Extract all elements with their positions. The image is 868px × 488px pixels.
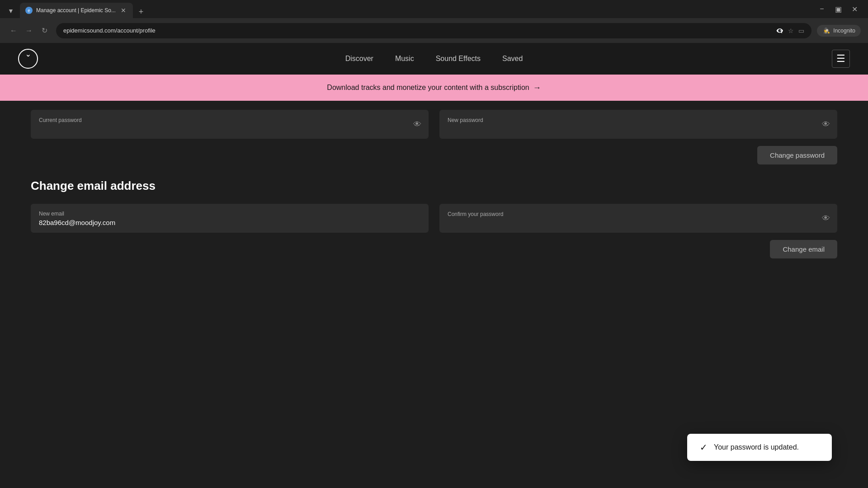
change-email-actions: Change email [31, 240, 837, 258]
extension-icon[interactable]: ▭ [798, 27, 804, 34]
nav-discover[interactable]: Discover [345, 55, 373, 63]
star-icon[interactable]: ☆ [788, 27, 794, 34]
toast-check-icon: ✓ [700, 442, 708, 453]
browser-tab-bar: ▼ e Manage account | Epidemic So... ✕ + … [0, 0, 868, 18]
maximize-button[interactable]: ▣ [832, 3, 844, 15]
change-password-actions: Change password [31, 146, 837, 164]
email-fields-row: New email 82ba96cd@moodjoy.com Confirm y… [31, 204, 837, 233]
active-tab[interactable]: e Manage account | Epidemic So... ✕ [20, 3, 133, 18]
new-email-field: New email 82ba96cd@moodjoy.com [31, 204, 429, 233]
incognito-icon: 🕵 [822, 27, 830, 35]
new-tab-button[interactable]: + [135, 5, 147, 18]
promo-text: Download tracks and monetize your conten… [327, 84, 529, 92]
incognito-badge: 🕵 Incognito [817, 25, 861, 37]
new-email-label: New email [39, 211, 420, 217]
hamburger-menu[interactable]: ☰ [832, 50, 850, 68]
new-password-input[interactable] [448, 124, 816, 132]
new-password-field: New password 👁 [439, 110, 837, 139]
eye-slash-icon[interactable]: 👁‍🗨 [776, 27, 783, 34]
new-email-value[interactable]: 82ba96cd@moodjoy.com [39, 219, 420, 226]
confirm-password-field: Confirm your password 👁 [439, 204, 837, 233]
back-button[interactable]: ← [7, 24, 20, 37]
promo-arrow: → [533, 83, 541, 93]
close-button[interactable]: ✕ [848, 3, 861, 15]
toast-message: Your password is updated. [714, 443, 799, 451]
app-header: ˇ Discover Music Sound Effects Saved ☰ [0, 43, 868, 75]
tab-favicon: e [25, 7, 33, 14]
confirm-password-eye-icon[interactable]: 👁 [822, 214, 830, 223]
logo-icon[interactable]: ˇ [18, 49, 38, 69]
window-controls: − ▣ ✕ [816, 3, 861, 15]
main-content: Current password 👁 New password 👁 Change… [0, 101, 868, 258]
tab-prev-btn[interactable]: ▼ [4, 4, 18, 18]
current-password-label: Current password [39, 117, 420, 123]
tab-close-btn[interactable]: ✕ [119, 6, 127, 14]
address-bar-icons: 👁‍🗨 ☆ ▭ [776, 27, 804, 34]
new-password-label: New password [448, 117, 829, 123]
current-password-input[interactable] [39, 124, 407, 132]
change-email-button[interactable]: Change email [770, 240, 837, 258]
forward-button[interactable]: → [23, 24, 35, 37]
page-content: ˇ Discover Music Sound Effects Saved ☰ D… [0, 43, 868, 488]
tab-title: Manage account | Epidemic So... [36, 7, 116, 14]
logo-area: ˇ [18, 49, 38, 69]
browser-nav-buttons: ← → ↻ [7, 24, 51, 37]
main-nav: Discover Music Sound Effects Saved [345, 55, 523, 63]
nav-saved[interactable]: Saved [502, 55, 523, 63]
promo-banner[interactable]: Download tracks and monetize your conten… [0, 75, 868, 101]
nav-music[interactable]: Music [395, 55, 414, 63]
change-password-button[interactable]: Change password [757, 146, 837, 164]
incognito-label: Incognito [833, 28, 855, 34]
confirm-password-input[interactable] [448, 218, 816, 226]
password-fields-row: Current password 👁 New password 👁 [31, 110, 837, 139]
toast-notification: ✓ Your password is updated. [687, 434, 832, 461]
minimize-button[interactable]: − [816, 3, 828, 15]
change-email-title: Change email address [31, 179, 837, 193]
new-password-eye-icon[interactable]: 👁 [822, 120, 830, 129]
browser-chrome: ▼ e Manage account | Epidemic So... ✕ + … [0, 0, 868, 43]
url-text: epidemicsound.com/account/profile [63, 27, 772, 34]
reload-button[interactable]: ↻ [38, 24, 51, 37]
confirm-password-label: Confirm your password [448, 211, 829, 217]
current-password-eye-icon[interactable]: 👁 [413, 120, 421, 129]
nav-sound-effects[interactable]: Sound Effects [436, 55, 481, 63]
browser-address-bar: ← → ↻ epidemicsound.com/account/profile … [0, 18, 868, 43]
address-bar[interactable]: epidemicsound.com/account/profile 👁‍🗨 ☆ … [56, 23, 811, 38]
current-password-field: Current password 👁 [31, 110, 429, 139]
